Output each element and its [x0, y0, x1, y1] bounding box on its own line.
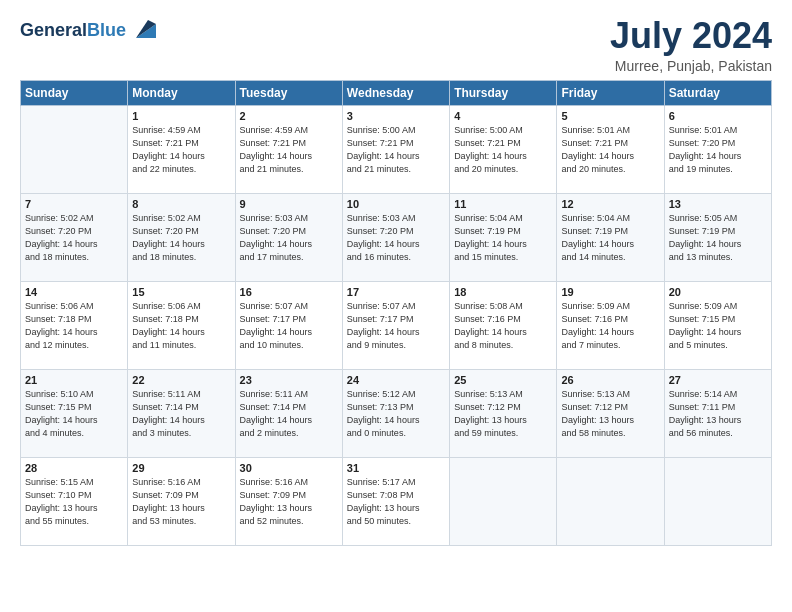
day-cell: 14Sunrise: 5:06 AM Sunset: 7:18 PM Dayli…	[21, 281, 128, 369]
day-number: 10	[347, 198, 445, 210]
day-number: 30	[240, 462, 338, 474]
day-cell: 30Sunrise: 5:16 AM Sunset: 7:09 PM Dayli…	[235, 457, 342, 545]
day-info: Sunrise: 5:11 AM Sunset: 7:14 PM Dayligh…	[132, 388, 230, 440]
day-number: 28	[25, 462, 123, 474]
day-number: 23	[240, 374, 338, 386]
header-row: Sunday Monday Tuesday Wednesday Thursday…	[21, 80, 772, 105]
day-number: 8	[132, 198, 230, 210]
day-number: 7	[25, 198, 123, 210]
day-info: Sunrise: 4:59 AM Sunset: 7:21 PM Dayligh…	[240, 124, 338, 176]
day-info: Sunrise: 5:15 AM Sunset: 7:10 PM Dayligh…	[25, 476, 123, 528]
day-cell: 24Sunrise: 5:12 AM Sunset: 7:13 PM Dayli…	[342, 369, 449, 457]
week-row-1: 1Sunrise: 4:59 AM Sunset: 7:21 PM Daylig…	[21, 105, 772, 193]
col-tuesday: Tuesday	[235, 80, 342, 105]
day-cell: 4Sunrise: 5:00 AM Sunset: 7:21 PM Daylig…	[450, 105, 557, 193]
col-thursday: Thursday	[450, 80, 557, 105]
day-number: 24	[347, 374, 445, 386]
day-cell: 2Sunrise: 4:59 AM Sunset: 7:21 PM Daylig…	[235, 105, 342, 193]
week-row-4: 21Sunrise: 5:10 AM Sunset: 7:15 PM Dayli…	[21, 369, 772, 457]
day-number: 18	[454, 286, 552, 298]
week-row-5: 28Sunrise: 5:15 AM Sunset: 7:10 PM Dayli…	[21, 457, 772, 545]
day-info: Sunrise: 5:03 AM Sunset: 7:20 PM Dayligh…	[347, 212, 445, 264]
day-cell: 17Sunrise: 5:07 AM Sunset: 7:17 PM Dayli…	[342, 281, 449, 369]
day-info: Sunrise: 5:06 AM Sunset: 7:18 PM Dayligh…	[25, 300, 123, 352]
day-cell: 3Sunrise: 5:00 AM Sunset: 7:21 PM Daylig…	[342, 105, 449, 193]
day-number: 1	[132, 110, 230, 122]
day-number: 16	[240, 286, 338, 298]
week-row-2: 7Sunrise: 5:02 AM Sunset: 7:20 PM Daylig…	[21, 193, 772, 281]
day-cell: 5Sunrise: 5:01 AM Sunset: 7:21 PM Daylig…	[557, 105, 664, 193]
day-info: Sunrise: 5:03 AM Sunset: 7:20 PM Dayligh…	[240, 212, 338, 264]
day-cell: 12Sunrise: 5:04 AM Sunset: 7:19 PM Dayli…	[557, 193, 664, 281]
day-cell: 13Sunrise: 5:05 AM Sunset: 7:19 PM Dayli…	[664, 193, 771, 281]
day-number: 14	[25, 286, 123, 298]
col-sunday: Sunday	[21, 80, 128, 105]
day-cell: 19Sunrise: 5:09 AM Sunset: 7:16 PM Dayli…	[557, 281, 664, 369]
day-number: 15	[132, 286, 230, 298]
day-number: 29	[132, 462, 230, 474]
day-info: Sunrise: 5:02 AM Sunset: 7:20 PM Dayligh…	[132, 212, 230, 264]
day-info: Sunrise: 5:13 AM Sunset: 7:12 PM Dayligh…	[561, 388, 659, 440]
calendar-table: Sunday Monday Tuesday Wednesday Thursday…	[20, 80, 772, 546]
day-info: Sunrise: 5:12 AM Sunset: 7:13 PM Dayligh…	[347, 388, 445, 440]
logo: GeneralBlue	[20, 16, 156, 44]
day-number: 2	[240, 110, 338, 122]
day-number: 19	[561, 286, 659, 298]
day-info: Sunrise: 5:17 AM Sunset: 7:08 PM Dayligh…	[347, 476, 445, 528]
location: Murree, Punjab, Pakistan	[610, 58, 772, 74]
day-info: Sunrise: 5:16 AM Sunset: 7:09 PM Dayligh…	[132, 476, 230, 528]
month-title: July 2024	[610, 16, 772, 56]
logo-text: GeneralBlue	[20, 20, 126, 41]
day-info: Sunrise: 5:11 AM Sunset: 7:14 PM Dayligh…	[240, 388, 338, 440]
day-cell: 23Sunrise: 5:11 AM Sunset: 7:14 PM Dayli…	[235, 369, 342, 457]
day-number: 5	[561, 110, 659, 122]
day-number: 3	[347, 110, 445, 122]
day-info: Sunrise: 5:08 AM Sunset: 7:16 PM Dayligh…	[454, 300, 552, 352]
day-cell: 22Sunrise: 5:11 AM Sunset: 7:14 PM Dayli…	[128, 369, 235, 457]
day-number: 22	[132, 374, 230, 386]
col-friday: Friday	[557, 80, 664, 105]
day-info: Sunrise: 5:07 AM Sunset: 7:17 PM Dayligh…	[240, 300, 338, 352]
day-number: 9	[240, 198, 338, 210]
day-info: Sunrise: 5:07 AM Sunset: 7:17 PM Dayligh…	[347, 300, 445, 352]
calendar-body: 1Sunrise: 4:59 AM Sunset: 7:21 PM Daylig…	[21, 105, 772, 545]
day-cell: 15Sunrise: 5:06 AM Sunset: 7:18 PM Dayli…	[128, 281, 235, 369]
day-cell	[450, 457, 557, 545]
day-info: Sunrise: 5:05 AM Sunset: 7:19 PM Dayligh…	[669, 212, 767, 264]
day-cell: 21Sunrise: 5:10 AM Sunset: 7:15 PM Dayli…	[21, 369, 128, 457]
day-info: Sunrise: 5:04 AM Sunset: 7:19 PM Dayligh…	[561, 212, 659, 264]
day-number: 26	[561, 374, 659, 386]
day-cell: 28Sunrise: 5:15 AM Sunset: 7:10 PM Dayli…	[21, 457, 128, 545]
day-number: 27	[669, 374, 767, 386]
day-cell	[21, 105, 128, 193]
day-cell: 25Sunrise: 5:13 AM Sunset: 7:12 PM Dayli…	[450, 369, 557, 457]
day-info: Sunrise: 5:16 AM Sunset: 7:09 PM Dayligh…	[240, 476, 338, 528]
day-info: Sunrise: 4:59 AM Sunset: 7:21 PM Dayligh…	[132, 124, 230, 176]
day-number: 17	[347, 286, 445, 298]
day-info: Sunrise: 5:14 AM Sunset: 7:11 PM Dayligh…	[669, 388, 767, 440]
day-info: Sunrise: 5:09 AM Sunset: 7:15 PM Dayligh…	[669, 300, 767, 352]
day-number: 4	[454, 110, 552, 122]
day-info: Sunrise: 5:01 AM Sunset: 7:20 PM Dayligh…	[669, 124, 767, 176]
day-info: Sunrise: 5:10 AM Sunset: 7:15 PM Dayligh…	[25, 388, 123, 440]
day-number: 20	[669, 286, 767, 298]
page-container: GeneralBlue July 2024 Murree, Punjab, Pa…	[0, 0, 792, 556]
day-info: Sunrise: 5:09 AM Sunset: 7:16 PM Dayligh…	[561, 300, 659, 352]
col-wednesday: Wednesday	[342, 80, 449, 105]
day-cell: 6Sunrise: 5:01 AM Sunset: 7:20 PM Daylig…	[664, 105, 771, 193]
day-info: Sunrise: 5:00 AM Sunset: 7:21 PM Dayligh…	[454, 124, 552, 176]
calendar-header: Sunday Monday Tuesday Wednesday Thursday…	[21, 80, 772, 105]
title-block: July 2024 Murree, Punjab, Pakistan	[610, 16, 772, 74]
day-info: Sunrise: 5:04 AM Sunset: 7:19 PM Dayligh…	[454, 212, 552, 264]
col-monday: Monday	[128, 80, 235, 105]
day-info: Sunrise: 5:02 AM Sunset: 7:20 PM Dayligh…	[25, 212, 123, 264]
day-info: Sunrise: 5:13 AM Sunset: 7:12 PM Dayligh…	[454, 388, 552, 440]
day-cell	[664, 457, 771, 545]
day-number: 21	[25, 374, 123, 386]
day-cell: 8Sunrise: 5:02 AM Sunset: 7:20 PM Daylig…	[128, 193, 235, 281]
day-cell: 20Sunrise: 5:09 AM Sunset: 7:15 PM Dayli…	[664, 281, 771, 369]
day-number: 31	[347, 462, 445, 474]
day-number: 13	[669, 198, 767, 210]
day-cell: 1Sunrise: 4:59 AM Sunset: 7:21 PM Daylig…	[128, 105, 235, 193]
logo-icon	[128, 16, 156, 44]
